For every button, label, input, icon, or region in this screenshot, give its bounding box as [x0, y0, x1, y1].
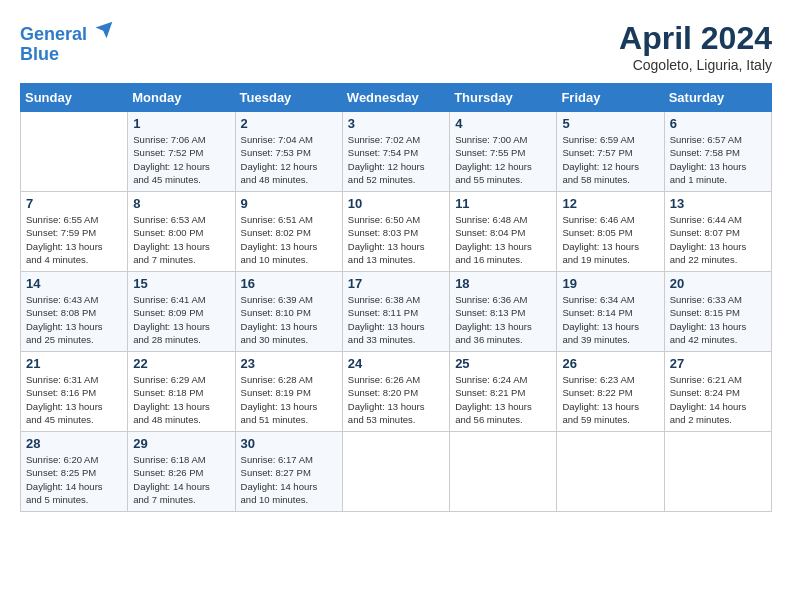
day-of-week-header: Friday [557, 84, 664, 112]
day-number: 1 [133, 116, 229, 131]
calendar-cell: 28Sunrise: 6:20 AMSunset: 8:25 PMDayligh… [21, 432, 128, 512]
day-number: 13 [670, 196, 766, 211]
day-info: Sunrise: 6:20 AMSunset: 8:25 PMDaylight:… [26, 453, 122, 506]
day-number: 23 [241, 356, 337, 371]
day-of-week-header: Thursday [450, 84, 557, 112]
day-info: Sunrise: 6:38 AMSunset: 8:11 PMDaylight:… [348, 293, 444, 346]
day-of-week-header: Monday [128, 84, 235, 112]
day-info: Sunrise: 6:28 AMSunset: 8:19 PMDaylight:… [241, 373, 337, 426]
calendar-cell: 21Sunrise: 6:31 AMSunset: 8:16 PMDayligh… [21, 352, 128, 432]
calendar-cell: 23Sunrise: 6:28 AMSunset: 8:19 PMDayligh… [235, 352, 342, 432]
day-number: 10 [348, 196, 444, 211]
day-info: Sunrise: 6:44 AMSunset: 8:07 PMDaylight:… [670, 213, 766, 266]
day-number: 19 [562, 276, 658, 291]
day-info: Sunrise: 6:41 AMSunset: 8:09 PMDaylight:… [133, 293, 229, 346]
day-number: 25 [455, 356, 551, 371]
calendar-cell: 26Sunrise: 6:23 AMSunset: 8:22 PMDayligh… [557, 352, 664, 432]
day-info: Sunrise: 6:39 AMSunset: 8:10 PMDaylight:… [241, 293, 337, 346]
day-number: 30 [241, 436, 337, 451]
calendar-cell: 10Sunrise: 6:50 AMSunset: 8:03 PMDayligh… [342, 192, 449, 272]
day-number: 3 [348, 116, 444, 131]
calendar-cell: 20Sunrise: 6:33 AMSunset: 8:15 PMDayligh… [664, 272, 771, 352]
day-info: Sunrise: 6:18 AMSunset: 8:26 PMDaylight:… [133, 453, 229, 506]
day-number: 26 [562, 356, 658, 371]
day-info: Sunrise: 6:50 AMSunset: 8:03 PMDaylight:… [348, 213, 444, 266]
calendar-cell [450, 432, 557, 512]
day-number: 4 [455, 116, 551, 131]
calendar-cell: 7Sunrise: 6:55 AMSunset: 7:59 PMDaylight… [21, 192, 128, 272]
logo-general: General [20, 24, 87, 44]
day-number: 15 [133, 276, 229, 291]
day-number: 11 [455, 196, 551, 211]
day-number: 9 [241, 196, 337, 211]
day-number: 12 [562, 196, 658, 211]
calendar-cell [21, 112, 128, 192]
calendar-cell: 8Sunrise: 6:53 AMSunset: 8:00 PMDaylight… [128, 192, 235, 272]
logo-blue: Blue [20, 44, 59, 64]
logo-bird-icon [94, 20, 114, 40]
day-info: Sunrise: 6:48 AMSunset: 8:04 PMDaylight:… [455, 213, 551, 266]
calendar-cell [557, 432, 664, 512]
day-info: Sunrise: 7:04 AMSunset: 7:53 PMDaylight:… [241, 133, 337, 186]
logo-text: General Blue [20, 20, 114, 65]
calendar-week-row: 1Sunrise: 7:06 AMSunset: 7:52 PMDaylight… [21, 112, 772, 192]
calendar-cell [664, 432, 771, 512]
calendar-cell: 29Sunrise: 6:18 AMSunset: 8:26 PMDayligh… [128, 432, 235, 512]
calendar-cell: 6Sunrise: 6:57 AMSunset: 7:58 PMDaylight… [664, 112, 771, 192]
calendar-table: SundayMondayTuesdayWednesdayThursdayFrid… [20, 83, 772, 512]
day-number: 22 [133, 356, 229, 371]
calendar-cell: 19Sunrise: 6:34 AMSunset: 8:14 PMDayligh… [557, 272, 664, 352]
calendar-cell [342, 432, 449, 512]
calendar-cell: 14Sunrise: 6:43 AMSunset: 8:08 PMDayligh… [21, 272, 128, 352]
day-number: 17 [348, 276, 444, 291]
calendar-header-row: SundayMondayTuesdayWednesdayThursdayFrid… [21, 84, 772, 112]
calendar-cell: 24Sunrise: 6:26 AMSunset: 8:20 PMDayligh… [342, 352, 449, 432]
day-info: Sunrise: 6:24 AMSunset: 8:21 PMDaylight:… [455, 373, 551, 426]
day-info: Sunrise: 6:55 AMSunset: 7:59 PMDaylight:… [26, 213, 122, 266]
day-of-week-header: Wednesday [342, 84, 449, 112]
calendar-cell: 27Sunrise: 6:21 AMSunset: 8:24 PMDayligh… [664, 352, 771, 432]
day-info: Sunrise: 6:31 AMSunset: 8:16 PMDaylight:… [26, 373, 122, 426]
calendar-week-row: 7Sunrise: 6:55 AMSunset: 7:59 PMDaylight… [21, 192, 772, 272]
day-info: Sunrise: 7:02 AMSunset: 7:54 PMDaylight:… [348, 133, 444, 186]
day-number: 28 [26, 436, 122, 451]
day-info: Sunrise: 6:26 AMSunset: 8:20 PMDaylight:… [348, 373, 444, 426]
month-title: April 2024 [619, 20, 772, 57]
location: Cogoleto, Liguria, Italy [619, 57, 772, 73]
day-number: 18 [455, 276, 551, 291]
calendar-cell: 5Sunrise: 6:59 AMSunset: 7:57 PMDaylight… [557, 112, 664, 192]
day-info: Sunrise: 6:33 AMSunset: 8:15 PMDaylight:… [670, 293, 766, 346]
day-info: Sunrise: 6:17 AMSunset: 8:27 PMDaylight:… [241, 453, 337, 506]
calendar-cell: 18Sunrise: 6:36 AMSunset: 8:13 PMDayligh… [450, 272, 557, 352]
calendar-cell: 12Sunrise: 6:46 AMSunset: 8:05 PMDayligh… [557, 192, 664, 272]
calendar-cell: 25Sunrise: 6:24 AMSunset: 8:21 PMDayligh… [450, 352, 557, 432]
day-number: 8 [133, 196, 229, 211]
day-info: Sunrise: 6:43 AMSunset: 8:08 PMDaylight:… [26, 293, 122, 346]
day-info: Sunrise: 6:46 AMSunset: 8:05 PMDaylight:… [562, 213, 658, 266]
calendar-cell: 15Sunrise: 6:41 AMSunset: 8:09 PMDayligh… [128, 272, 235, 352]
day-info: Sunrise: 7:00 AMSunset: 7:55 PMDaylight:… [455, 133, 551, 186]
day-info: Sunrise: 6:53 AMSunset: 8:00 PMDaylight:… [133, 213, 229, 266]
calendar-week-row: 14Sunrise: 6:43 AMSunset: 8:08 PMDayligh… [21, 272, 772, 352]
calendar-cell: 1Sunrise: 7:06 AMSunset: 7:52 PMDaylight… [128, 112, 235, 192]
calendar-cell: 2Sunrise: 7:04 AMSunset: 7:53 PMDaylight… [235, 112, 342, 192]
calendar-cell: 16Sunrise: 6:39 AMSunset: 8:10 PMDayligh… [235, 272, 342, 352]
calendar-cell: 30Sunrise: 6:17 AMSunset: 8:27 PMDayligh… [235, 432, 342, 512]
day-number: 29 [133, 436, 229, 451]
title-section: April 2024 Cogoleto, Liguria, Italy [619, 20, 772, 73]
day-info: Sunrise: 6:21 AMSunset: 8:24 PMDaylight:… [670, 373, 766, 426]
day-number: 24 [348, 356, 444, 371]
day-number: 16 [241, 276, 337, 291]
calendar-cell: 9Sunrise: 6:51 AMSunset: 8:02 PMDaylight… [235, 192, 342, 272]
calendar-week-row: 28Sunrise: 6:20 AMSunset: 8:25 PMDayligh… [21, 432, 772, 512]
calendar-cell: 3Sunrise: 7:02 AMSunset: 7:54 PMDaylight… [342, 112, 449, 192]
page-header: General Blue April 2024 Cogoleto, Liguri… [20, 20, 772, 73]
day-number: 7 [26, 196, 122, 211]
calendar-cell: 11Sunrise: 6:48 AMSunset: 8:04 PMDayligh… [450, 192, 557, 272]
day-number: 21 [26, 356, 122, 371]
day-info: Sunrise: 6:59 AMSunset: 7:57 PMDaylight:… [562, 133, 658, 186]
calendar-cell: 4Sunrise: 7:00 AMSunset: 7:55 PMDaylight… [450, 112, 557, 192]
day-number: 6 [670, 116, 766, 131]
day-number: 20 [670, 276, 766, 291]
day-info: Sunrise: 6:51 AMSunset: 8:02 PMDaylight:… [241, 213, 337, 266]
